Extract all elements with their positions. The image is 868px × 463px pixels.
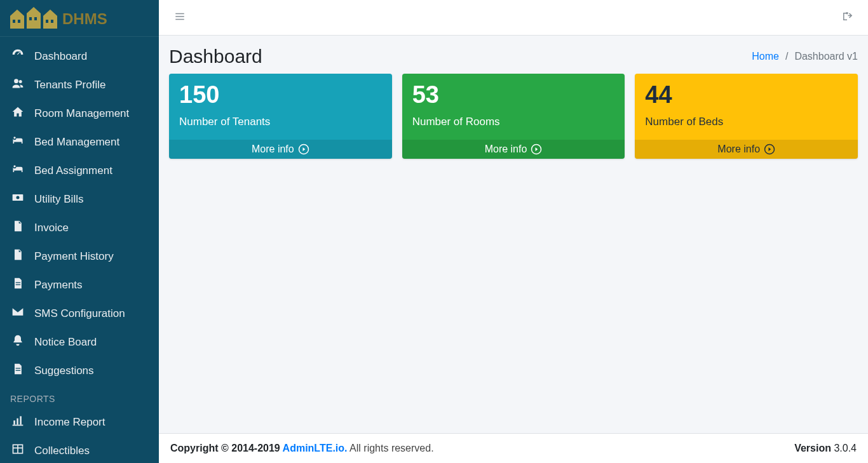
svg-point-13 [14,79,18,83]
content-header: Dashboard Home / Dashboard v1 [159,36,868,74]
svg-rect-20 [16,370,21,371]
money-icon [10,191,25,207]
envelope-icon [10,305,25,321]
svg-rect-19 [16,368,21,368]
sidebar-item-label: Tenants Profile [34,79,105,91]
sidebar-item-label: Invoice [34,222,69,234]
svg-point-14 [19,80,22,83]
svg-rect-21 [13,420,15,425]
sidebar-item-label: Bed Management [34,136,119,149]
brand[interactable]: DHMS [0,0,159,37]
svg-rect-8 [29,17,32,20]
bars-icon [174,11,186,22]
card-label: Number of Beds [645,116,848,128]
sidebar-item-collectibles[interactable]: Collectibles [0,436,159,463]
svg-rect-17 [16,282,21,283]
breadcrumb: Home / Dashboard v1 [752,51,858,62]
file-icon [10,248,25,264]
svg-point-16 [17,196,20,199]
signout-icon [841,11,853,22]
sidebar-item-label: Utility Bills [34,193,83,206]
sidebar-item-label: Bed Assignment [34,164,112,177]
svg-rect-7 [18,20,20,23]
breadcrumb-separator: / [785,51,788,62]
stat-cards-row: 150 Number of Tenants More info 53 Numbe… [169,74,858,159]
brand-logo: DHMS [8,7,128,30]
footer-version: 3.0.4 [831,443,857,453]
svg-rect-11 [51,20,53,23]
footer-adminlte-link[interactable]: AdminLTE.io. [283,443,348,453]
breadcrumb-home[interactable]: Home [752,51,779,62]
footer-copyright: Copyright © 2014-2019 [170,443,283,453]
svg-rect-4 [43,16,57,29]
svg-rect-0 [10,16,24,29]
chart-bar-icon [10,414,25,430]
svg-marker-5 [43,10,57,16]
bed-icon [10,163,25,178]
svg-rect-2 [27,13,41,29]
sidebar-item-label: Payments [34,279,83,292]
table-icon [10,443,25,459]
arrow-circle-right-icon [298,144,309,155]
sidebar-toggle-button[interactable] [170,7,189,29]
card-beds: 44 Number of Beds More info [635,74,858,159]
sidebar-item-notice-board[interactable]: Notice Board [0,328,159,356]
sidebar-item-utility-bills[interactable]: Utility Bills [0,185,159,213]
card-label: Number of Rooms [412,116,615,128]
sidebar-item-bed-management[interactable]: Bed Management [0,128,159,156]
card-more-info-text: More info [717,144,760,155]
card-rooms: 53 Number of Rooms More info [402,74,625,159]
footer-version-label: Version [794,443,831,453]
card-more-info-link[interactable]: More info [169,140,392,159]
card-value: 53 [412,83,615,107]
footer-left: Copyright © 2014-2019 AdminLTE.io. All r… [170,443,434,454]
sidebar-item-dashboard[interactable]: Dashboard [0,42,159,70]
signout-button[interactable] [837,7,857,29]
sidebar-item-label: Income Report [34,416,105,429]
svg-rect-9 [34,17,37,20]
main-wrapper: Dashboard Home / Dashboard v1 150 Number… [159,0,868,463]
file-lines-icon [10,363,25,379]
sidebar-item-income-report[interactable]: Income Report [0,408,159,436]
sidebar: DHMS Dashboard Tenants Profile Room Mana… [0,0,159,463]
topnav [159,0,868,36]
bed-icon [10,134,25,150]
sidebar-item-payments[interactable]: Payments [0,271,159,299]
card-label: Number of Tenants [179,116,382,128]
card-more-info-link[interactable]: More info [635,140,858,159]
svg-rect-23 [20,416,22,424]
svg-rect-10 [46,20,48,23]
sidebar-item-label: Dashboard [34,50,87,63]
arrow-circle-right-icon [764,144,775,155]
sidebar-item-payment-history[interactable]: Payment History [0,242,159,271]
svg-rect-22 [17,419,18,425]
home-icon [10,105,25,121]
card-tenants: 150 Number of Tenants More info [169,74,392,159]
sidebar-item-invoice[interactable]: Invoice [0,213,159,242]
sidebar-item-label: Notice Board [34,336,97,349]
sidebar-item-label: Suggestions [34,365,94,377]
content: 150 Number of Tenants More info 53 Numbe… [159,74,868,433]
breadcrumb-current: Dashboard v1 [794,51,858,62]
sidebar-item-label: Payment History [34,250,114,263]
svg-rect-18 [16,285,21,285]
users-icon [10,77,25,93]
footer-right: Version 3.0.4 [794,443,857,454]
page-title: Dashboard [169,46,262,67]
sidebar-item-bed-assignment[interactable]: Bed Assignment [0,156,159,185]
arrow-circle-right-icon [531,144,542,155]
sidebar-item-room-management[interactable]: Room Management [0,99,159,128]
sidebar-item-tenants-profile[interactable]: Tenants Profile [0,70,159,99]
dashboard-icon [10,48,25,64]
sidebar-item-label: Collectibles [34,445,90,457]
card-value: 44 [645,83,848,107]
file-lines-icon [10,277,25,293]
card-more-info-link[interactable]: More info [402,140,625,159]
sidebar-item-sms-configuration[interactable]: SMS Configuration [0,299,159,328]
sidebar-item-label: SMS Configuration [34,307,125,320]
card-more-info-text: More info [252,144,294,155]
sidebar-item-suggestions[interactable]: Suggestions [0,356,159,385]
main-footer: Copyright © 2014-2019 AdminLTE.io. All r… [159,433,868,463]
sidebar-reports-header: REPORTS [0,385,159,408]
svg-rect-24 [13,425,24,426]
